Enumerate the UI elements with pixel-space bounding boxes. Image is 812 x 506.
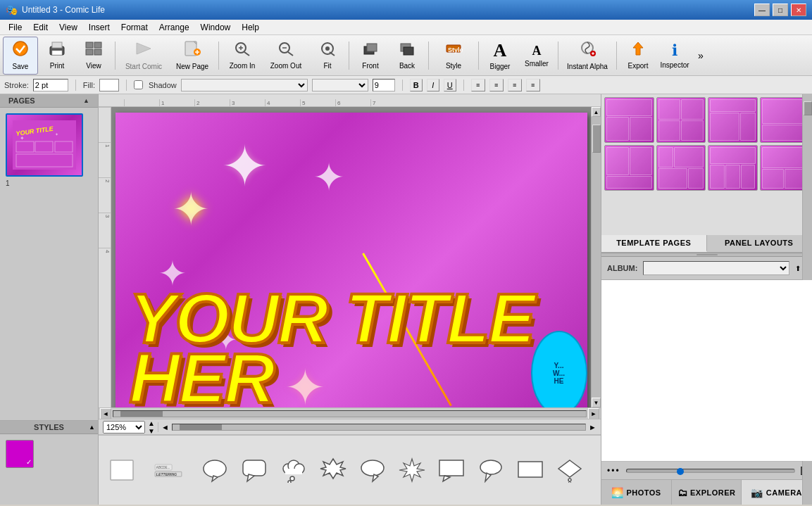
- h-scroll-right[interactable]: ►: [588, 408, 599, 419]
- more-button[interactable]: »: [694, 37, 708, 75]
- shadow-checkbox[interactable]: [134, 80, 143, 89]
- canvas-h-scrollbar[interactable]: ◄ ►: [99, 407, 601, 419]
- template-2[interactable]: [656, 97, 706, 143]
- minimize-button[interactable]: —: [754, 4, 770, 16]
- canvas[interactable]: ✦ ✦ ✦ ✦ ✦ ✦ YOUR TITLE HER Y... W... HE: [115, 113, 587, 407]
- menu-insert[interactable]: Insert: [83, 20, 115, 35]
- canvas-title-text[interactable]: YOUR TITLE HER: [130, 289, 587, 407]
- canvas-v-scrollbar[interactable]: ▲ ▼: [591, 107, 601, 407]
- shape-jagged-bubble[interactable]: [316, 455, 351, 486]
- close-button[interactable]: ✕: [791, 4, 806, 16]
- italic-button[interactable]: I: [427, 79, 439, 91]
- menu-window[interactable]: Window: [195, 20, 237, 35]
- tab-photos[interactable]: 🌅 PHOTOS: [601, 480, 672, 505]
- page-thumb-1[interactable]: YOUR TITLE ✦ ✦: [6, 113, 83, 177]
- start-comic-button[interactable]: Start Comic: [119, 37, 168, 75]
- zoom-stepper[interactable]: ▲ ▼: [148, 419, 155, 435]
- export-button[interactable]: Export: [620, 37, 656, 75]
- inspector-button[interactable]: ℹ Inspector: [657, 37, 692, 75]
- media-slider-thumb[interactable]: [677, 468, 684, 475]
- ruler-mark-3: 3: [230, 99, 265, 106]
- style-swatch-1[interactable]: ✓: [6, 440, 34, 468]
- template-6[interactable]: [656, 145, 706, 191]
- instant-alpha-button[interactable]: Instant Alpha: [562, 37, 613, 75]
- align-right-button[interactable]: ≡: [508, 79, 522, 91]
- menu-format[interactable]: Format: [115, 20, 154, 35]
- shape-rounded-bubble[interactable]: [237, 455, 272, 486]
- template-7[interactable]: [708, 145, 758, 191]
- canvas-scroll[interactable]: ✦ ✦ ✦ ✦ ✦ ✦ YOUR TITLE HER Y... W... HE: [111, 107, 591, 407]
- font-select[interactable]: [181, 79, 308, 91]
- print-button[interactable]: Print: [39, 37, 75, 75]
- front-button[interactable]: Front: [353, 37, 388, 75]
- new-page-button[interactable]: New Page: [170, 37, 215, 75]
- bold-button[interactable]: B: [410, 79, 423, 91]
- v-scroll-thumb[interactable]: [592, 125, 601, 153]
- menu-file[interactable]: File: [3, 20, 27, 35]
- zoom-scroll-right[interactable]: ►: [589, 423, 596, 431]
- fill-color-box[interactable]: [99, 79, 119, 91]
- view-button[interactable]: View: [76, 37, 111, 75]
- pages-collapse-icon[interactable]: ▲: [83, 97, 89, 104]
- album-select[interactable]: [643, 261, 789, 275]
- smaller-button[interactable]: A Smaller: [519, 37, 554, 75]
- templates-scrollbar[interactable]: [802, 94, 812, 235]
- shape-starburst-bubble[interactable]: [394, 455, 430, 486]
- styles-collapse-icon[interactable]: ▲: [89, 424, 95, 431]
- shape-lettering[interactable]: ABCDE... LETTERING: [144, 455, 193, 486]
- zoom-up-arrow[interactable]: ▲: [148, 419, 155, 427]
- justify-button[interactable]: ≡: [526, 79, 540, 91]
- shape-rectangle-bubble[interactable]: [434, 455, 469, 486]
- stroke-input[interactable]: [33, 79, 68, 91]
- v-scroll-track[interactable]: [592, 117, 601, 398]
- zoom-out-button[interactable]: Zoom Out: [263, 37, 308, 75]
- shape-rectangle2[interactable]: [513, 455, 548, 486]
- shape-add-button[interactable]: [592, 455, 601, 486]
- style-select[interactable]: [312, 79, 368, 91]
- bigger-button[interactable]: A Bigger: [482, 37, 518, 75]
- template-3[interactable]: [708, 97, 758, 143]
- zoom-scroll-thumb[interactable]: [180, 424, 222, 430]
- align-center-button[interactable]: ≡: [489, 79, 504, 91]
- v-scroll-up[interactable]: ▲: [592, 107, 601, 117]
- template-1[interactable]: [604, 97, 654, 143]
- media-slider-track[interactable]: [626, 469, 795, 473]
- menu-arrange[interactable]: Arrange: [154, 20, 195, 35]
- svg-text:ABCDE...: ABCDE...: [156, 466, 170, 469]
- h-scroll-left[interactable]: ◄: [100, 408, 111, 419]
- h-scroll-thumb[interactable]: [120, 411, 163, 417]
- template-thumb-inner-7: [708, 146, 757, 190]
- svg-rect-2: [52, 42, 62, 48]
- underline-button[interactable]: U: [444, 79, 456, 91]
- export-icon: [629, 41, 647, 61]
- shape-rectangle-frame[interactable]: [104, 455, 139, 486]
- fit-button[interactable]: Fit: [310, 37, 345, 75]
- style-button[interactable]: Style Style: [432, 37, 475, 75]
- zoom-in-button[interactable]: Zoom In: [223, 37, 262, 75]
- menu-view[interactable]: View: [54, 20, 83, 35]
- zoom-scroll-track[interactable]: [172, 424, 586, 431]
- tab-panel-layouts[interactable]: PANEL LAYOUTS: [707, 235, 813, 252]
- save-button[interactable]: Save: [3, 37, 38, 75]
- shape-oval-bubble3[interactable]: [473, 455, 508, 486]
- tab-template-pages[interactable]: TEMPLATE PAGES: [601, 235, 707, 252]
- shape-oval-bubble[interactable]: [197, 455, 232, 486]
- shape-oval-bubble2[interactable]: [355, 455, 390, 486]
- v-scroll-down[interactable]: ▼: [592, 398, 601, 407]
- templates-scrollbar-thumb[interactable]: [804, 101, 812, 115]
- shape-cloud-bubble[interactable]: [276, 455, 311, 486]
- media-dots-icon[interactable]: •••: [607, 466, 620, 476]
- font-size-input[interactable]: [373, 79, 395, 91]
- h-scroll-track[interactable]: [113, 410, 587, 417]
- tab-explorer[interactable]: 🗂 EXPLORER: [672, 480, 742, 505]
- menu-help[interactable]: Help: [236, 20, 265, 35]
- maximize-button[interactable]: □: [773, 4, 788, 16]
- back-button[interactable]: Back: [389, 37, 425, 75]
- template-5[interactable]: [604, 145, 654, 191]
- menu-edit[interactable]: Edit: [27, 20, 54, 35]
- shape-diamond-bubble[interactable]: [552, 455, 587, 486]
- align-left-button[interactable]: ≡: [471, 79, 485, 91]
- zoom-fit-area[interactable]: ◄: [161, 423, 169, 431]
- zoom-down-arrow[interactable]: ▼: [148, 427, 155, 435]
- zoom-select[interactable]: 125% 100% 75% 50%: [103, 421, 145, 434]
